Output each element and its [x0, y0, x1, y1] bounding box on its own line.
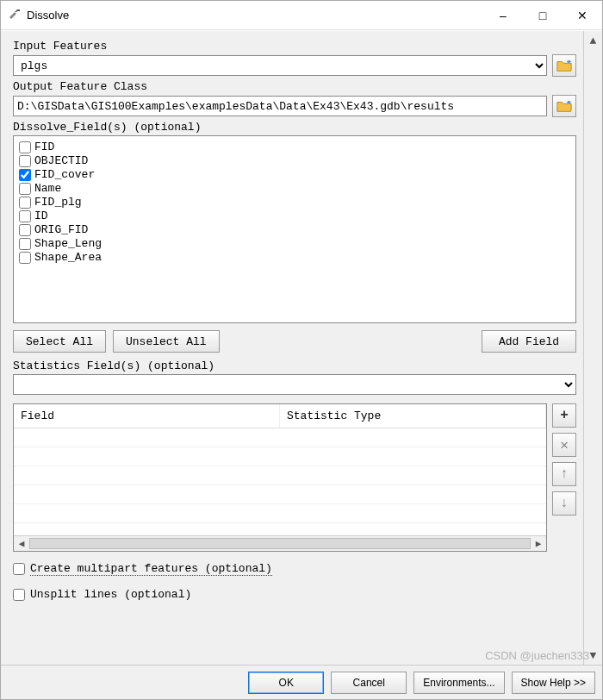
vertical-scrollbar[interactable]: ▲ ▼ [583, 31, 602, 665]
field-item[interactable]: FID_plg [19, 196, 570, 209]
browse-input-button[interactable] [552, 54, 576, 77]
unselect-all-button[interactable]: Unselect All [113, 330, 220, 353]
field-checkbox[interactable] [19, 238, 31, 250]
cancel-button[interactable]: Cancel [331, 672, 407, 694]
minimize-button[interactable]: – [483, 1, 523, 29]
field-name: FID_plg [34, 196, 82, 209]
remove-row-button[interactable]: ✕ [552, 433, 576, 457]
unsplit-lines-label: Unsplit lines (optional) [30, 588, 191, 601]
close-button[interactable]: ✕ [563, 1, 602, 29]
field-name: Shape_Leng [34, 237, 102, 250]
output-feature-class-label: Output Feature Class [13, 80, 576, 93]
input-features-label: Input Features [13, 40, 576, 53]
dialog-body: Input Features plgs Output Feature Class… [1, 31, 583, 665]
field-name: ID [34, 209, 48, 222]
statistics-field-combo[interactable] [13, 374, 576, 395]
field-item[interactable]: ID [19, 209, 570, 222]
add-field-button[interactable]: Add Field [482, 330, 576, 353]
field-name: OBJECTID [34, 154, 88, 167]
field-item[interactable]: ORIG_FID [19, 223, 570, 236]
field-name: FID [34, 141, 54, 153]
show-help-button[interactable]: Show Help >> [512, 672, 595, 694]
title-bar: Dissolve – □ ✕ [1, 1, 602, 30]
field-item[interactable]: OBJECTID [19, 154, 570, 167]
field-checkbox[interactable] [19, 183, 31, 195]
field-checkbox[interactable] [19, 141, 31, 153]
stat-type-column-header: Statistic Type [280, 404, 546, 428]
field-checkbox[interactable] [19, 252, 31, 264]
output-feature-class-input[interactable] [13, 96, 547, 116]
create-multipart-label: Create multipart features (optional) [30, 562, 272, 576]
hammer-icon [8, 7, 22, 24]
statistics-grid[interactable]: Field Statistic Type ◀▶ [13, 403, 547, 552]
field-checkbox[interactable] [19, 197, 31, 209]
field-item[interactable]: FID_cover [19, 168, 570, 181]
statistics-fields-label: Statistics Field(s) (optional) [13, 359, 576, 372]
ok-button[interactable]: OK [248, 672, 324, 694]
field-item[interactable]: FID [19, 141, 570, 153]
field-checkbox[interactable] [19, 155, 31, 167]
button-bar: OK Cancel Environments... Show Help >> [1, 665, 602, 699]
add-row-button[interactable]: + [552, 403, 576, 428]
create-multipart-checkbox[interactable] [13, 563, 25, 575]
scroll-up-icon[interactable]: ▲ [584, 31, 602, 50]
field-item[interactable]: Shape_Area [19, 251, 570, 264]
field-checkbox[interactable] [19, 224, 31, 236]
field-name: FID_cover [34, 168, 95, 181]
maximize-button[interactable]: □ [523, 1, 563, 29]
move-up-button[interactable]: ↑ [552, 462, 576, 486]
field-item[interactable]: Name [19, 182, 570, 195]
grid-horizontal-scrollbar[interactable]: ◀▶ [14, 535, 546, 551]
move-down-button[interactable]: ↓ [552, 491, 576, 516]
field-name: Shape_Area [34, 251, 102, 264]
field-item[interactable]: Shape_Leng [19, 237, 570, 250]
field-name: ORIG_FID [34, 223, 88, 236]
select-all-button[interactable]: Select All [13, 330, 106, 353]
field-checkbox[interactable] [19, 169, 31, 181]
unsplit-lines-checkbox[interactable] [13, 589, 25, 601]
field-column-header: Field [14, 404, 280, 428]
scroll-down-icon[interactable]: ▼ [584, 646, 602, 665]
dissolve-fields-label: Dissolve_Field(s) (optional) [13, 121, 576, 134]
field-checkbox[interactable] [19, 210, 31, 222]
browse-output-button[interactable] [552, 95, 576, 117]
dissolve-fields-list[interactable]: FIDOBJECTIDFID_coverNameFID_plgIDORIG_FI… [13, 135, 576, 323]
window-title: Dissolve [27, 9, 69, 22]
environments-button[interactable]: Environments... [413, 672, 504, 694]
field-name: Name [34, 182, 61, 195]
input-features-combo[interactable]: plgs [13, 55, 547, 76]
